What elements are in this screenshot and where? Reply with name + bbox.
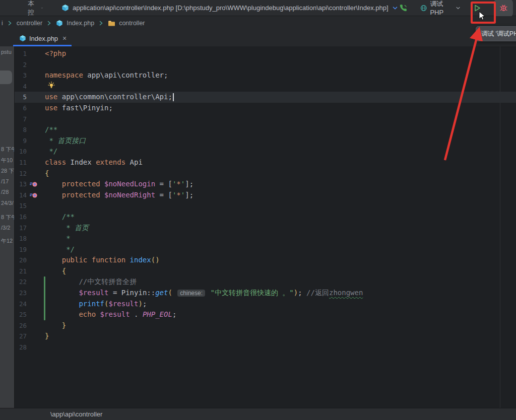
breadcrumb-item[interactable]: controller [17, 20, 42, 27]
breadcrumb-item[interactable]: Index.php [56, 20, 94, 27]
line-number[interactable]: 6 [15, 103, 27, 114]
code-line: 23 $result = Pinyin::get( chinese: "中文转拼… [15, 288, 516, 299]
chevron-down-icon[interactable] [392, 5, 398, 11]
line-number[interactable]: 7 [15, 114, 27, 125]
file-title-widget[interactable]: application\api\controller\Index.php [D:… [61, 4, 398, 12]
php-file-icon [61, 4, 69, 12]
gutter-spacer [27, 168, 45, 179]
debug-tooltip: 调试 '调试PH [476, 26, 516, 41]
line-number[interactable]: 10 [15, 146, 27, 157]
line-number[interactable]: 20 [15, 255, 27, 266]
code-line: 17 * 首页 [15, 223, 516, 234]
line-number[interactable]: 8 [15, 124, 27, 135]
strip-text-fragment: 8 下午 [1, 214, 15, 221]
gutter-spacer [27, 81, 45, 92]
line-number[interactable]: 23 [15, 288, 27, 299]
line-number[interactable]: 26 [15, 320, 27, 331]
breadcrumb-item[interactable]: i [2, 20, 3, 27]
phone-button[interactable] [398, 2, 409, 15]
debug-button[interactable] [494, 0, 513, 17]
gutter-spacer [27, 212, 45, 223]
line-number[interactable]: 13 [15, 179, 27, 190]
gutter-spacer [27, 157, 45, 168]
code-line: 21 { [15, 266, 516, 277]
strip-text-fragment: 午10 [1, 157, 13, 164]
line-number[interactable]: 12 [15, 168, 27, 179]
line-number[interactable]: 15 [15, 200, 27, 212]
line-number[interactable]: 27 [15, 331, 27, 342]
code-line: 1<?php [15, 48, 516, 59]
code-line: 26 } [15, 320, 516, 331]
code-line: 27} [15, 331, 516, 342]
line-number[interactable]: 24 [15, 299, 27, 310]
gutter-spacer [27, 103, 45, 114]
run-config-label: 调试PHP [430, 0, 452, 16]
main-toolbar: 版本控制 application\api\controller\Index.ph… [0, 0, 516, 16]
gutter-spacer [27, 200, 45, 212]
gutter-spacer [27, 299, 45, 310]
globe-icon [420, 4, 427, 12]
gutter-spacer [27, 135, 45, 147]
gutter-spacer [27, 114, 45, 125]
strip-text-fragment: pstu [1, 49, 12, 55]
window-file-title: application\api\controller\Index.php [D:… [73, 4, 389, 12]
code-line: 22 //中文转拼音全拼 [15, 276, 516, 288]
code-line: 10 */ [15, 146, 516, 157]
line-number[interactable]: 1 [15, 48, 27, 59]
editor-main: pstu8 下午午1028 下/17/2824/3/8 下午/3/2午12 1<… [0, 46, 516, 408]
chevron-down-icon [41, 5, 43, 11]
line-number[interactable]: 14 [15, 190, 27, 201]
code-line: 5use app\common\controller\Api; [15, 92, 516, 103]
parameter-hint: chinese: [177, 290, 205, 297]
close-icon[interactable]: × [62, 34, 67, 42]
ide-window: 版本控制 application\api\controller\Index.ph… [0, 0, 516, 420]
gutter-spacer [27, 48, 45, 59]
line-number[interactable]: 5 [15, 92, 27, 103]
line-number[interactable]: 17 [15, 223, 27, 234]
code-line: 6use fast\Pinyin; [15, 103, 516, 114]
code-line: 9 * 首页接口 [15, 135, 516, 147]
run-config-selector[interactable]: 调试PHP [420, 0, 461, 16]
line-number[interactable]: 19 [15, 244, 27, 255]
strip-scrollbar-thumb[interactable] [0, 71, 12, 84]
chevron-right-icon [47, 21, 51, 26]
left-strip: pstu8 下午午1028 下/17/2824/3/8 下午/3/2午12 [0, 46, 15, 408]
php-file-icon [19, 35, 26, 42]
line-number[interactable]: 16 [15, 212, 27, 223]
code-line: 7 [15, 114, 516, 125]
line-number[interactable]: 18 [15, 233, 27, 244]
code-line: 25 echo $result . PHP_EOL; [15, 309, 516, 320]
editor-pane[interactable]: 1<?php23namespace app\api\controller;45u… [15, 46, 516, 408]
override-gutter-icon[interactable] [27, 179, 45, 190]
gutter-spacer [27, 276, 45, 288]
strip-text-fragment: 28 下 [1, 167, 14, 175]
breadcrumb-item[interactable]: controller [108, 20, 145, 27]
gutter-spacer [27, 255, 45, 266]
code-line: 28 [15, 342, 516, 353]
line-number[interactable]: 2 [15, 59, 27, 71]
code-line: 12{ [15, 168, 516, 179]
intention-bulb-icon[interactable] [48, 81, 55, 92]
breadcrumb: i controller Index.php controller [0, 16, 516, 30]
code-line: 16 /** [15, 212, 516, 223]
line-number[interactable]: 11 [15, 157, 27, 168]
line-number[interactable]: 22 [15, 276, 27, 288]
line-number[interactable]: 21 [15, 266, 27, 277]
line-number[interactable]: 9 [15, 135, 27, 147]
line-number[interactable]: 25 [15, 309, 27, 320]
line-number[interactable]: 28 [15, 342, 27, 353]
line-number[interactable]: 4 [15, 81, 27, 92]
code-line: 18 * [15, 233, 516, 244]
gutter-spacer [27, 342, 45, 353]
editor-tab-bar: Index.php × [0, 30, 516, 46]
code-line: 19 */ [15, 244, 516, 255]
strip-text-fragment: /17 [1, 178, 9, 184]
text-caret [173, 93, 174, 101]
tab-label: Index.php [29, 35, 58, 42]
tab-index-php[interactable]: Index.php × [13, 30, 72, 46]
override-gutter-icon[interactable] [27, 190, 45, 201]
line-number[interactable]: 3 [15, 70, 27, 81]
strip-text-fragment: 午12 [1, 237, 13, 245]
code-line: 20 public function index() [15, 255, 516, 266]
gutter-spacer [27, 146, 45, 157]
